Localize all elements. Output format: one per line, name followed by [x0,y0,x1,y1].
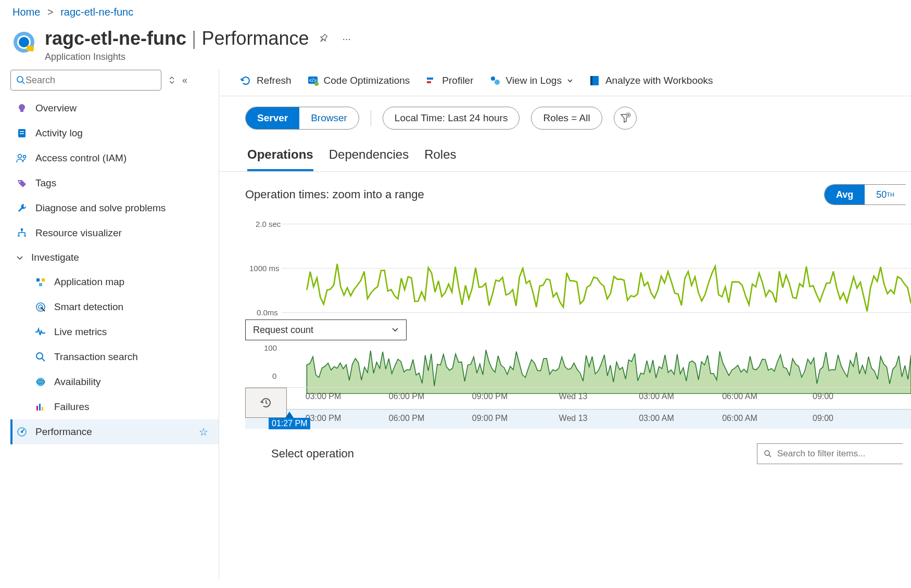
time-range-pill[interactable]: Local Time: Last 24 hours [383,107,520,130]
collapse-sidebar-button[interactable]: « [182,75,187,86]
svg-rect-19 [39,283,42,286]
breadcrumb-current[interactable]: ragc-etl-ne-func [60,6,133,18]
server-segment[interactable]: Server [246,107,299,129]
tab-operations[interactable]: Operations [247,142,313,171]
refresh-icon [240,75,251,86]
history-button[interactable] [245,388,287,418]
xtick: 06:00 AM [722,392,757,401]
svg-point-11 [18,155,22,158]
refresh-label: Refresh [257,75,292,86]
sidebar-item-failures[interactable]: Failures [10,394,219,419]
refresh-button[interactable]: Refresh [240,75,292,86]
time-marker[interactable]: 01:27 PM [269,418,310,429]
sidebar-item-live-metrics[interactable]: Live metrics [10,319,219,344]
sidebar-item-label: Availability [54,376,100,388]
svg-point-13 [19,181,21,183]
sidebar-item-smart-detection[interactable]: Smart detection [10,295,219,319]
sidebar-item-label: Tags [35,177,56,189]
aggregation-toggle[interactable]: Avg 50TH [824,184,906,205]
marker-arrow-icon [285,412,294,418]
expand-collapse-icon[interactable] [168,76,176,84]
svg-point-4 [17,76,23,82]
time-marker-label: 01:27 PM [269,418,310,429]
sidebar-item-tags[interactable]: Tags [10,171,219,196]
svg-line-43 [769,455,771,457]
sidebar-item-diagnose[interactable]: Diagnose and solve problems [10,196,219,221]
search-icon [34,351,47,363]
sidebar-item-transaction-search[interactable]: Transaction search [10,344,219,369]
code-opt-label: Code Optimizations [324,75,410,86]
time-axis-overview[interactable]: 03:00 PM 06:00 PM 09:00 PM Wed 13 03:00 … [245,409,911,429]
lightbulb-icon [16,102,28,114]
wrench-icon [16,202,28,214]
pin-button[interactable] [314,29,333,48]
sidebar-item-availability[interactable]: Availability [10,369,219,394]
xtick: 03:00 AM [639,392,674,401]
area-chart-svg [282,343,911,394]
svg-rect-18 [42,278,45,282]
sidebar-search-input[interactable] [26,75,156,86]
more-button[interactable]: ··· [338,29,355,49]
profiler-label: Profiler [442,75,473,86]
sidebar-item-label: Live metrics [54,326,107,338]
svg-point-31 [21,431,23,433]
chevron-down-icon [567,78,573,84]
xtick: 06:00 PM [389,414,424,423]
breadcrumb-separator: > [47,6,54,18]
avg-segment[interactable]: Avg [825,185,865,204]
xtick: 09:00 PM [472,414,508,423]
tab-dependencies[interactable]: Dependencies [329,142,409,171]
svg-rect-27 [36,406,38,411]
operation-times-chart[interactable]: 2.0 sec 1000 ms 0.0ms [245,213,911,317]
sidebar-search[interactable] [10,70,161,91]
view-in-logs-button[interactable]: View in Logs [489,75,573,86]
svg-rect-10 [20,133,24,134]
svg-rect-7 [20,110,23,112]
xtick: 03:00 AM [639,414,674,423]
operation-filter-field[interactable] [777,449,896,459]
divider [371,110,371,126]
favorite-star-icon[interactable]: ☆ [199,426,208,438]
xtick: Wed 13 [559,392,588,401]
sidebar-group-label: Investigate [31,252,79,263]
server-browser-toggle[interactable]: Server Browser [245,107,359,130]
sidebar-item-label: Failures [54,401,90,413]
svg-rect-40 [590,76,592,85]
select-operation-title: Select operation [271,447,354,461]
xtick: 06:00 PM [389,392,424,401]
sidebar-item-application-map[interactable]: Application map [10,270,219,295]
tab-roles[interactable]: Roles [424,142,456,171]
sidebar-item-overview[interactable]: Overview [10,96,219,121]
map-icon [34,276,47,288]
breadcrumb-home[interactable]: Home [12,6,40,18]
chart-area: Operation times: zoom into a range Avg 5… [219,172,911,464]
people-icon [16,152,28,164]
sidebar-group-investigate[interactable]: Investigate [10,246,219,270]
radar-icon [34,301,47,313]
svg-rect-9 [20,131,24,132]
sidebar-item-access-control[interactable]: Access control (IAM) [10,146,219,171]
bars-icon [34,401,47,413]
code-optimizations-button[interactable]: </> Code Optimizations [307,75,410,86]
svg-rect-16 [24,235,26,237]
xtick: Wed 13 [559,414,588,423]
add-filter-button[interactable] [614,107,637,130]
xtick: 03:00 PM [306,414,341,423]
history-icon [259,396,273,410]
request-count-chart[interactable]: 100 0 [245,343,911,385]
time-range-label: Local Time: Last 24 hours [395,112,508,124]
sidebar-item-label: Activity log [35,127,83,139]
sidebar-item-activity-log[interactable]: Activity log [10,121,219,146]
sidebar-item-performance[interactable]: Performance ☆ [10,419,219,444]
svg-point-34 [314,82,319,86]
p50-segment[interactable]: 50TH [865,185,906,204]
browser-segment[interactable]: Browser [299,107,359,129]
logs-icon [489,75,501,86]
operation-filter-input[interactable] [757,443,903,464]
profiler-button[interactable]: Profiler [425,75,473,86]
analyze-workbooks-button[interactable]: Analyze with Workbooks [589,75,713,86]
chevron-down-icon [16,253,24,262]
roles-filter-pill[interactable]: Roles = All [531,107,602,130]
sidebar-item-resource-visualizer[interactable]: Resource visualizer [10,221,219,246]
xtick: 03:00 PM [306,392,341,401]
